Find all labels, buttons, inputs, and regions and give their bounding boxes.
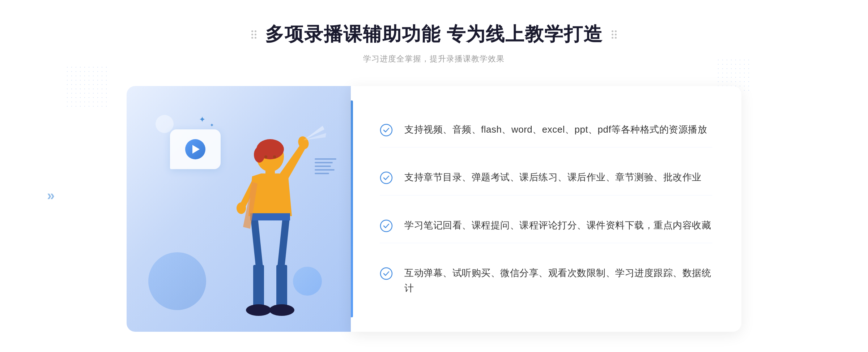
- feature-text-1: 支持视频、音频、flash、word、excel、ppt、pdf等各种格式的资源…: [404, 122, 707, 137]
- human-figure-illustration: [200, 122, 330, 332]
- right-decorative-icon: [612, 30, 617, 39]
- svg-point-3: [264, 155, 267, 158]
- svg-point-4: [273, 155, 276, 158]
- check-icon-1: [380, 124, 393, 137]
- illustration-wrapper: ✦ ✦: [127, 86, 351, 332]
- feature-item-2: 支持章节目录、弹题考试、课后练习、课后作业、章节测验、批改作业: [380, 160, 712, 196]
- svg-point-16: [380, 268, 392, 279]
- circle-tiny: [156, 115, 174, 133]
- decorative-dots-left: [65, 65, 109, 108]
- circle-large: [148, 252, 206, 310]
- feature-item-4: 互动弹幕、试听购买、微信分享、观看次数限制、学习进度跟踪、数据统计: [380, 256, 712, 306]
- feature-text-4: 互动弹幕、试听购买、微信分享、观看次数限制、学习进度跟踪、数据统计: [404, 266, 712, 296]
- svg-point-14: [380, 172, 392, 184]
- check-icon-3: [380, 219, 393, 232]
- check-icon-2: [380, 171, 393, 184]
- header-section: 多项录播课辅助功能 专为线上教学打造 学习进度全掌握，提升录播课教学效果: [251, 22, 617, 64]
- check-icon-4: [380, 267, 393, 280]
- svg-point-15: [380, 220, 392, 232]
- svg-point-2: [254, 147, 265, 163]
- feature-text-2: 支持章节目录、弹题考试、课后练习、课后作业、章节测验、批改作业: [404, 170, 702, 185]
- svg-point-7: [237, 202, 246, 214]
- decorative-arrow-left: »: [47, 188, 55, 203]
- play-triangle-icon: [192, 145, 200, 154]
- svg-rect-8: [250, 213, 290, 220]
- subtitle: 学习进度全掌握，提升录播课教学效果: [251, 53, 617, 64]
- svg-point-11: [246, 304, 271, 316]
- feature-item-3: 学习笔记回看、课程提问、课程评论打分、课件资料下载，重点内容收藏: [380, 208, 712, 244]
- svg-point-13: [380, 124, 392, 136]
- svg-point-12: [269, 304, 294, 316]
- header-top: 多项录播课辅助功能 专为线上教学打造: [251, 22, 617, 47]
- feature-text-3: 学习笔记回看、课程提问、课程评论打分、课件资料下载，重点内容收藏: [404, 218, 711, 233]
- left-decorative-icon: [251, 30, 256, 39]
- svg-rect-10: [276, 265, 287, 308]
- svg-rect-9: [253, 265, 264, 308]
- features-panel: 支持视频、音频、flash、word、excel、ppt、pdf等各种格式的资源…: [351, 86, 741, 332]
- content-area: ✦ ✦: [127, 86, 741, 332]
- page-container: » 多项录播课辅助功能 专为线上教学打造 学习进度全: [0, 0, 868, 352]
- main-title: 多项录播课辅助功能 专为线上教学打造: [265, 22, 603, 47]
- feature-item-1: 支持视频、音频、flash、word、excel、ppt、pdf等各种格式的资源…: [380, 112, 712, 148]
